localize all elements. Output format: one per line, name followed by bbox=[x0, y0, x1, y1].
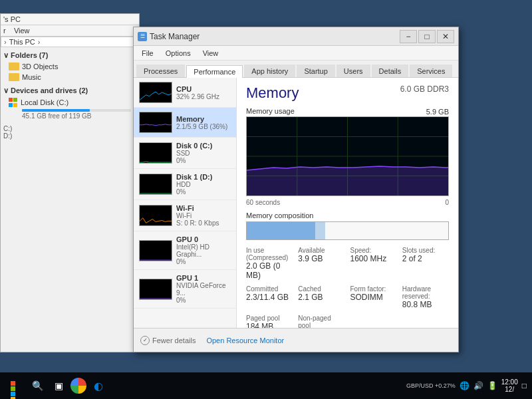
taskbar-search[interactable]: 🔍 bbox=[28, 376, 47, 395]
clock-date: 12/ bbox=[501, 386, 518, 393]
menu-file[interactable]: File bbox=[136, 48, 159, 59]
clock-time: 12:00 bbox=[501, 378, 518, 386]
sidebar-item-gpu1[interactable]: GPU 1 NVIDIA GeForce 9... 0% bbox=[134, 270, 236, 309]
modified-segment bbox=[315, 222, 325, 239]
sidebar-label: D:) bbox=[3, 132, 136, 140]
menubar: File Options View bbox=[134, 46, 458, 61]
drives-section: ∨ Devices and drives (2) Local Disk (C:)… bbox=[3, 85, 136, 120]
cached-value: 2.1 GB bbox=[298, 293, 344, 302]
sidebar-item-cpu[interactable]: CPU 32% 2.96 GHz bbox=[134, 78, 236, 108]
drive-bar-fill bbox=[22, 109, 90, 112]
open-resource-monitor-link[interactable]: Open Resource Monitor bbox=[206, 336, 284, 344]
tab-services[interactable]: Services bbox=[410, 65, 452, 77]
paged-pool-value: 184 MB bbox=[246, 322, 293, 328]
taskbar-right: GBP/USD +0.27% 🌐 🔊 🔋 12:00 12/ □ bbox=[406, 378, 527, 393]
stat-non-paged: Non-paged pool 148 MB bbox=[298, 315, 344, 328]
sidebar-item-disk0[interactable]: Disk 0 (C:) SSD 0% bbox=[134, 138, 236, 169]
drives-title: ∨ Devices and drives (2) bbox=[3, 85, 136, 96]
fewer-details-label: Fewer details bbox=[152, 336, 196, 344]
available-value: 3.9 GB bbox=[298, 254, 344, 263]
taskbar-clock[interactable]: 12:00 12/ bbox=[501, 378, 518, 393]
cpu-label: CPU bbox=[176, 85, 231, 93]
tab-performance[interactable]: Performance bbox=[186, 65, 243, 78]
fewer-details-button[interactable]: ✓ Fewer details bbox=[140, 336, 196, 345]
taskbar-edge[interactable]: ◐ bbox=[89, 376, 108, 395]
composition-label: Memory composition bbox=[246, 211, 449, 219]
stat-form-factor: Form factor: SODIMM bbox=[350, 285, 397, 309]
usage-max: 5.9 GB bbox=[426, 108, 449, 116]
stat-committed: Committed 2.3/11.4 GB bbox=[246, 285, 293, 309]
disk1-mini-graph bbox=[139, 174, 172, 195]
speed-label: Speed: bbox=[350, 247, 397, 254]
disk0-mini-graph bbox=[139, 142, 172, 164]
committed-label: Committed bbox=[246, 285, 293, 293]
gpu0-mini-graph bbox=[139, 240, 172, 261]
tab-users[interactable]: Users bbox=[336, 65, 370, 77]
folder-icon bbox=[9, 73, 19, 81]
arrow-right-icon: › bbox=[38, 38, 41, 46]
menu-view[interactable]: View bbox=[198, 48, 224, 59]
sidebar-labels: C:) D:) bbox=[3, 125, 136, 140]
folder-name: 3D Objects bbox=[22, 63, 58, 70]
menu-options[interactable]: Options bbox=[160, 48, 196, 59]
list-item[interactable]: 3D Objects bbox=[3, 61, 136, 72]
taskbar-speaker-icon[interactable]: 🔊 bbox=[473, 381, 483, 390]
taskbar-notification[interactable]: □ bbox=[522, 381, 527, 390]
cached-label: Cached bbox=[298, 285, 344, 293]
tab-app-history[interactable]: App history bbox=[244, 65, 295, 77]
in-use-label: In use (Compressed) bbox=[246, 247, 293, 261]
taskbar-taskview[interactable]: ▣ bbox=[49, 376, 68, 395]
gpu0-info: GPU 0 Intel(R) HD Graphi... 0% bbox=[176, 235, 231, 265]
sidebar-item-wifi[interactable]: Wi-Fi Wi-Fi S: 0 R: 0 Kbps bbox=[134, 200, 236, 231]
drive-usage-bar bbox=[22, 109, 131, 112]
disk0-info: Disk 0 (C:) SSD 0% bbox=[176, 142, 231, 164]
gpu0-sub2: 0% bbox=[176, 258, 231, 265]
fe-menu-view[interactable]: View bbox=[14, 27, 30, 35]
fe-title: 's PC bbox=[3, 15, 21, 23]
chart-zero-label: 0 bbox=[445, 199, 449, 206]
memory-composition-bar bbox=[246, 221, 449, 240]
taskbar-battery-icon: 🔋 bbox=[487, 381, 497, 390]
minimize-button[interactable]: − bbox=[400, 30, 417, 43]
sidebar-item-gpu0[interactable]: GPU 0 Intel(R) HD Graphi... 0% bbox=[134, 231, 236, 270]
available-label: Available bbox=[298, 247, 344, 254]
in-use-segment bbox=[247, 222, 315, 239]
stat-in-use: In use (Compressed) 2.0 GB (0 MB) bbox=[246, 247, 293, 280]
maximize-button[interactable]: □ bbox=[418, 30, 436, 43]
tab-details[interactable]: Details bbox=[372, 65, 409, 77]
main-title: Memory bbox=[246, 84, 299, 102]
form-value: SODIMM bbox=[350, 293, 397, 302]
svg-marker-6 bbox=[247, 166, 448, 196]
sidebar-item-memory[interactable]: Memory 2.1/5.9 GB (36%) bbox=[134, 108, 236, 138]
stat-available: Available 3.9 GB bbox=[298, 247, 344, 280]
memory-usage-chart bbox=[246, 116, 449, 196]
disk0-sub2: 0% bbox=[176, 157, 231, 164]
chevron-down-icon: ∨ bbox=[3, 51, 9, 59]
taskbar-network-icon: 🌐 bbox=[460, 381, 469, 390]
list-item[interactable]: Music bbox=[3, 72, 136, 82]
usage-header: Memory usage 5.9 GB bbox=[246, 107, 449, 116]
tab-processes[interactable]: Processes bbox=[136, 65, 185, 77]
taskbar-currency: GBP/USD +0.27% bbox=[406, 382, 456, 389]
memory-mini-graph bbox=[139, 112, 172, 133]
disk1-info: Disk 1 (D:) HDD 0% bbox=[176, 173, 231, 196]
list-item[interactable]: Local Disk (C:) bbox=[3, 96, 136, 108]
file-explorer-toolbar: 's PC bbox=[1, 14, 139, 25]
tab-startup[interactable]: Startup bbox=[297, 65, 334, 77]
drive-free-space: 45.1 GB free of 119 GB bbox=[3, 112, 136, 120]
memory-label: Memory bbox=[176, 115, 231, 123]
usage-label: Memory usage bbox=[246, 107, 295, 115]
wifi-sub1: Wi-Fi bbox=[176, 212, 231, 219]
drive-name: Local Disk (C:) bbox=[21, 98, 68, 106]
disk0-label: Disk 0 (C:) bbox=[176, 142, 231, 150]
start-button[interactable] bbox=[5, 376, 25, 396]
close-button[interactable]: ✕ bbox=[437, 30, 454, 43]
fewer-details-icon: ✓ bbox=[140, 336, 150, 345]
performance-sidebar: CPU 32% 2.96 GHz Memory 2.1/5.9 GB (36%) bbox=[134, 78, 237, 328]
taskbar-chrome[interactable] bbox=[70, 378, 86, 394]
arrow-icon: › bbox=[4, 38, 7, 46]
fe-address-bar[interactable]: › This PC › bbox=[1, 37, 139, 47]
disk1-sub2: 0% bbox=[176, 188, 231, 196]
fe-menu-r[interactable]: r bbox=[3, 27, 6, 35]
sidebar-item-disk1[interactable]: Disk 1 (D:) HDD 0% bbox=[134, 169, 236, 200]
